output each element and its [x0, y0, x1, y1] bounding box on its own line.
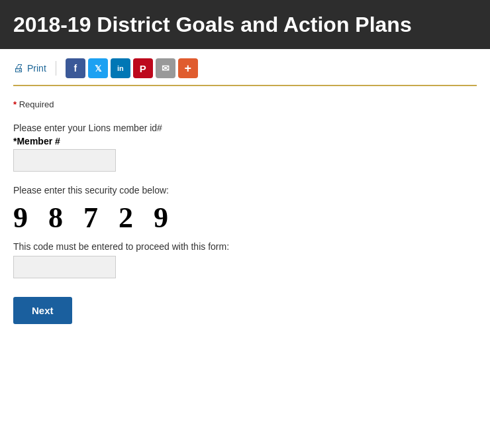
- facebook-icon[interactable]: f: [66, 58, 85, 78]
- toolbar: 🖨 Print f 𝕏 in P ✉ +: [0, 49, 490, 85]
- printer-icon: 🖨: [13, 62, 24, 74]
- required-note: * Required: [13, 99, 477, 109]
- email-icon[interactable]: ✉: [156, 58, 175, 78]
- pinterest-icon[interactable]: P: [133, 58, 153, 78]
- security-code-input[interactable]: [13, 256, 116, 278]
- linkedin-icon[interactable]: in: [111, 58, 130, 78]
- member-id-input[interactable]: [13, 149, 116, 172]
- more-share-icon[interactable]: +: [178, 58, 198, 78]
- security-prompt: Please enter this security code below:: [13, 185, 477, 196]
- toolbar-divider: [56, 61, 56, 76]
- social-icons: f 𝕏 in P ✉ +: [66, 58, 198, 78]
- print-label: Print: [27, 63, 46, 74]
- next-button[interactable]: Next: [13, 297, 72, 324]
- member-id-description: Please enter your Lions member id#: [13, 123, 477, 133]
- member-id-label-text: *Member #: [13, 136, 60, 146]
- security-code-display: 9 8 7 2 9: [13, 201, 477, 235]
- page-header: 2018-19 District Goals and Action Plans: [0, 0, 490, 49]
- twitter-icon[interactable]: 𝕏: [88, 58, 108, 78]
- member-id-group: Please enter your Lions member id# *Memb…: [13, 123, 477, 172]
- security-section: Please enter this security code below: 9…: [13, 185, 477, 278]
- print-button[interactable]: 🖨 Print: [13, 62, 46, 74]
- form-content: * Required Please enter your Lions membe…: [0, 86, 490, 337]
- security-entry-label: This code must be entered to proceed wit…: [13, 241, 477, 252]
- page-wrapper: 2018-19 District Goals and Action Plans …: [0, 0, 490, 448]
- page-title: 2018-19 District Goals and Action Plans: [13, 12, 477, 37]
- member-id-label: *Member #: [13, 136, 477, 146]
- asterisk: *: [13, 99, 17, 109]
